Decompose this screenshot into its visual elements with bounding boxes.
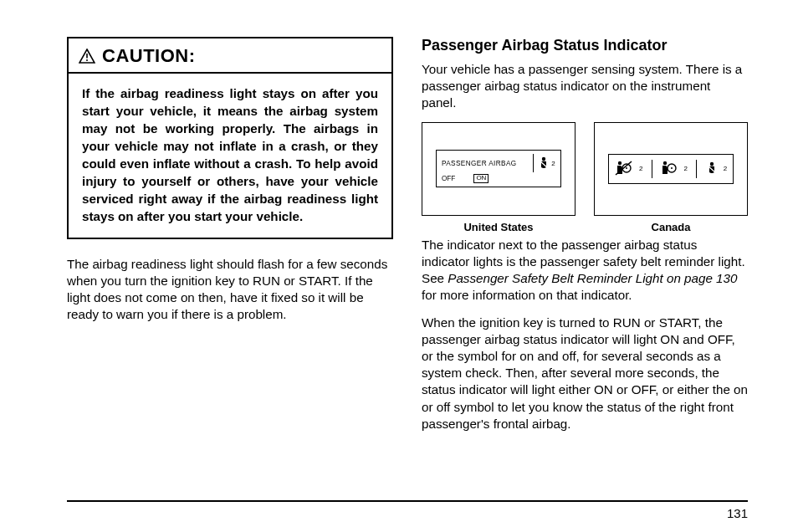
caution-triangle-icon (79, 49, 95, 64)
right-column: Passenger Airbag Status Indicator Your v… (422, 37, 748, 489)
left-column: CAUTION: If the airbag readiness light s… (67, 37, 393, 489)
section-heading: Passenger Airbag Status Indicator (422, 37, 748, 54)
seatbelt-icon (706, 161, 718, 176)
figure-us-caption: United States (463, 221, 533, 233)
page-number: 131 (727, 506, 748, 520)
svg-point-1 (86, 59, 88, 61)
seatbelt-icon: 2 (530, 154, 555, 172)
caution-title: CAUTION: (102, 45, 196, 67)
panel-us-off: OFF (442, 175, 455, 182)
figure-us: PASSENGER AIRBAG 2 (422, 122, 575, 233)
svg-point-11 (709, 161, 713, 165)
figure-ca-frame: 2 2 (594, 122, 748, 216)
indicator-panel-ca: 2 2 (608, 154, 734, 184)
airbag-on-icon (661, 160, 678, 178)
figures-row: PASSENGER AIRBAG 2 (422, 122, 748, 233)
figure-us-frame: PASSENGER AIRBAG 2 (422, 122, 575, 216)
cross-reference: Passenger Safety Belt Reminder Light on … (448, 271, 737, 285)
panel-us-on: ON (473, 174, 489, 183)
indicator-panel-us: PASSENGER AIRBAG 2 (436, 150, 561, 187)
svg-point-8 (663, 161, 667, 164)
right-para-2: The indicator next to the passenger airb… (422, 237, 748, 304)
panel-us-label: PASSENGER AIRBAG (442, 160, 517, 167)
caution-body-text: If the airbag readiness light stays on a… (69, 74, 391, 238)
airbag-off-icon (615, 160, 633, 178)
left-para-1: The airbag readiness light should flash … (67, 256, 393, 324)
svg-point-4 (617, 161, 621, 164)
caution-header: CAUTION: (69, 38, 391, 74)
svg-point-2 (542, 157, 545, 161)
caution-box: CAUTION: If the airbag readiness light s… (67, 37, 393, 239)
right-para-1: Your vehicle has a passenger sensing sys… (422, 61, 748, 112)
figure-ca: 2 2 (594, 122, 748, 233)
figure-ca-caption: Canada (652, 221, 691, 233)
footer-rule (67, 500, 748, 502)
page-content: CAUTION: If the airbag readiness light s… (67, 37, 748, 489)
svg-point-10 (671, 167, 673, 169)
right-para-3: When the ignition key is turned to RUN o… (422, 315, 748, 433)
svg-point-6 (626, 167, 627, 169)
